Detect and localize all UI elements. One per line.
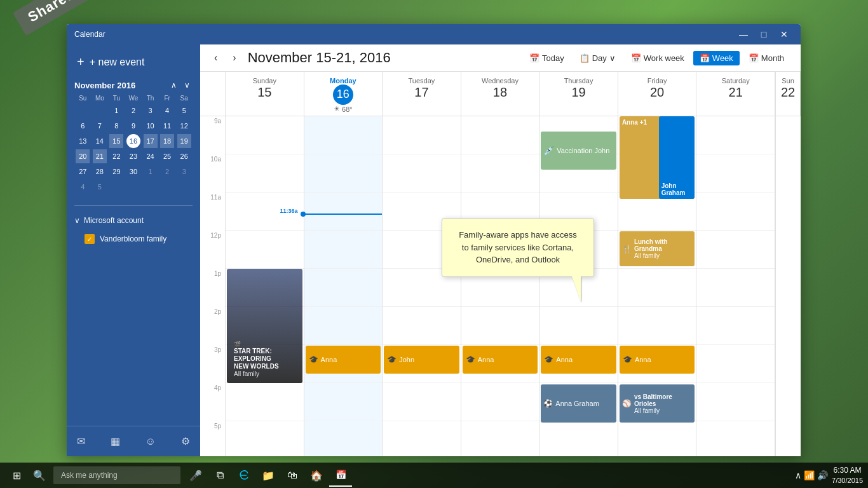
event-john-tuesday[interactable]: 🎓 John bbox=[384, 346, 459, 374]
tray-up-arrow[interactable]: ∧ bbox=[795, 470, 801, 480]
volume-icon[interactable]: 🔊 bbox=[817, 470, 828, 480]
sidebar: + + new event November 2016 ∧ ∨ Su Mo Tu bbox=[67, 44, 200, 456]
mini-cal-day[interactable]: 27 bbox=[76, 165, 90, 179]
event-vaccination[interactable]: 💉 Vaccination John bbox=[541, 132, 616, 170]
new-event-button[interactable]: + + new event bbox=[67, 44, 200, 74]
day-header-friday: Friday 20 bbox=[618, 72, 697, 116]
close-button[interactable]: ✕ bbox=[775, 28, 793, 41]
taskbar-task-view-icon[interactable]: ⧉ bbox=[208, 464, 231, 487]
mini-cal-day[interactable]: 30 bbox=[126, 165, 140, 179]
event-anna-friday[interactable]: 🎓 Anna bbox=[620, 346, 695, 374]
mini-cal-day[interactable]: 12 bbox=[177, 119, 191, 133]
mini-cal-day[interactable]: 4 bbox=[160, 104, 174, 118]
event-anna-wednesday[interactable]: 🎓 Anna bbox=[463, 346, 538, 374]
taskbar-store-icon[interactable]: 🛍 bbox=[281, 464, 304, 487]
settings-icon[interactable]: ⚙ bbox=[179, 433, 193, 450]
mini-cal-day-16-today[interactable]: 16 bbox=[126, 134, 140, 148]
mini-cal-day[interactable]: 26 bbox=[177, 149, 191, 163]
taskbar-search-input[interactable] bbox=[53, 466, 180, 484]
mini-cal-day[interactable]: 25 bbox=[160, 149, 174, 163]
microsoft-account-section[interactable]: ∨ Microsoft account bbox=[67, 212, 200, 229]
event-anna-thursday[interactable]: 🎓 Anna bbox=[541, 346, 616, 374]
network-icon[interactable]: 📶 bbox=[804, 470, 815, 480]
event-john-graham[interactable]: JohnGraham bbox=[659, 116, 695, 199]
taskbar-clock[interactable]: 6:30 AM 7/30/2015 bbox=[832, 466, 863, 485]
title-bar-text: Calendar bbox=[74, 30, 735, 39]
mini-cal-day[interactable]: 2 bbox=[160, 165, 174, 179]
maximize-button[interactable]: □ bbox=[755, 28, 773, 41]
plus-icon: + bbox=[77, 55, 85, 69]
calendar-item-vanderbloom[interactable]: ✓ Vanderbloom family bbox=[82, 231, 193, 247]
event-anna-wednesday-name: Anna bbox=[478, 356, 494, 363]
current-time-label: 11:36a bbox=[280, 208, 298, 214]
day-num-15: 15 bbox=[231, 85, 299, 100]
mini-cal-day-15[interactable]: 15 bbox=[109, 134, 123, 148]
day-header-sunday: Sunday 15 bbox=[226, 72, 304, 116]
mini-cal-day[interactable]: 29 bbox=[109, 165, 123, 179]
taskbar-search-icon[interactable]: 🔍 bbox=[28, 464, 51, 487]
mini-cal-day[interactable]: 22 bbox=[109, 149, 123, 163]
taskbar-icons: 🎤 ⧉ 📁 🛍 🏠 📅 bbox=[184, 464, 352, 487]
prev-nav-button[interactable]: ‹ bbox=[210, 50, 221, 66]
emoji-icon[interactable]: ☺ bbox=[143, 433, 158, 450]
mini-calendar: November 2016 ∧ ∨ Su Mo Tu We Th Fr Sa bbox=[67, 74, 200, 199]
mini-cal-day[interactable]: 6 bbox=[76, 119, 90, 133]
taskbar-edge-icon[interactable] bbox=[233, 464, 255, 487]
taskbar-cortana-icon[interactable]: 🎤 bbox=[184, 464, 207, 487]
day-view-button[interactable]: 📋 Day ∨ bbox=[573, 51, 622, 65]
mini-cal-day[interactable]: 2 bbox=[126, 104, 140, 118]
taskbar-home-icon[interactable]: 🏠 bbox=[305, 464, 328, 487]
mini-cal-day[interactable]: 23 bbox=[126, 149, 140, 163]
mini-cal-day[interactable]: 28 bbox=[93, 165, 107, 179]
time-5p: 5p bbox=[200, 421, 226, 456]
col-monday: 11:36a 🎓 Anna bbox=[304, 116, 383, 456]
mini-cal-day[interactable]: 21 bbox=[93, 149, 107, 163]
event-star-trek[interactable]: 🎬 STAR TREK:EXPLORINGNEW WORLDS All fami… bbox=[227, 269, 302, 383]
mini-cal-day[interactable]: 9 bbox=[126, 119, 140, 133]
mini-cal-day[interactable]: 17 bbox=[144, 134, 158, 148]
mini-cal-day[interactable]: 3 bbox=[144, 104, 158, 118]
event-anna-graham[interactable]: ⚽ Anna Graham bbox=[541, 384, 616, 423]
event-orioles[interactable]: ⚾ vs Baltimore Orioles All family bbox=[620, 384, 695, 423]
mini-cal-day[interactable]: 14 bbox=[93, 134, 107, 148]
mini-cal-day[interactable]: 4 bbox=[76, 180, 90, 194]
next-nav-button[interactable]: › bbox=[229, 50, 240, 66]
mini-cal-day[interactable]: 18 bbox=[160, 134, 174, 148]
calendar-checkbox[interactable]: ✓ bbox=[85, 234, 95, 244]
workweek-view-button[interactable]: 📅 Work week bbox=[625, 51, 691, 65]
mini-cal-day[interactable]: 8 bbox=[109, 119, 123, 133]
taskbar-date: 7/30/2015 bbox=[832, 476, 863, 485]
mini-cal-day[interactable]: 5 bbox=[177, 104, 191, 118]
mini-cal-day[interactable]: 7 bbox=[93, 119, 107, 133]
week-view-button[interactable]: 📅 Week bbox=[693, 51, 740, 65]
mini-cal-day[interactable]: 20 bbox=[76, 149, 90, 163]
minimize-button[interactable]: — bbox=[735, 28, 752, 41]
new-event-label: + new event bbox=[90, 57, 145, 68]
event-anna-monday[interactable]: 🎓 Anna bbox=[306, 346, 381, 374]
mini-cal-next[interactable]: ∨ bbox=[182, 79, 193, 91]
mail-icon[interactable]: ✉ bbox=[74, 433, 88, 450]
taskbar-explorer-icon[interactable]: 📁 bbox=[257, 464, 280, 487]
mini-cal-day[interactable]: 13 bbox=[76, 134, 90, 148]
mini-cal-day[interactable]: 5 bbox=[93, 180, 107, 194]
mini-cal-day[interactable] bbox=[93, 104, 107, 118]
calendar-icon[interactable]: ▦ bbox=[108, 433, 123, 450]
workweek-icon: 📅 bbox=[631, 53, 641, 63]
today-button[interactable]: 📅 Today bbox=[523, 51, 571, 65]
start-button[interactable]: ⊞ bbox=[5, 464, 28, 487]
mini-cal-day[interactable] bbox=[76, 104, 90, 118]
time-2p: 2p bbox=[200, 307, 226, 345]
mini-cal-day[interactable]: 1 bbox=[109, 104, 123, 118]
mini-cal-day[interactable]: 11 bbox=[160, 119, 174, 133]
event-lunch-grandma[interactable]: 🍴 Lunch with Grandma All family bbox=[620, 231, 695, 266]
mini-cal-day[interactable]: 10 bbox=[144, 119, 158, 133]
mini-cal-day[interactable]: 1 bbox=[144, 165, 158, 179]
taskbar-calendar-icon[interactable]: 📅 bbox=[329, 464, 352, 487]
col-saturday bbox=[696, 116, 775, 456]
mini-cal-day[interactable]: 24 bbox=[144, 149, 158, 163]
month-view-button[interactable]: 📅 Month bbox=[742, 51, 790, 65]
mini-cal-prev[interactable]: ∧ bbox=[168, 79, 179, 91]
mini-cal-day[interactable]: 3 bbox=[177, 165, 191, 179]
mini-cal-day[interactable]: 19 bbox=[177, 134, 191, 148]
col-tuesday: 🎓 John bbox=[383, 116, 461, 456]
